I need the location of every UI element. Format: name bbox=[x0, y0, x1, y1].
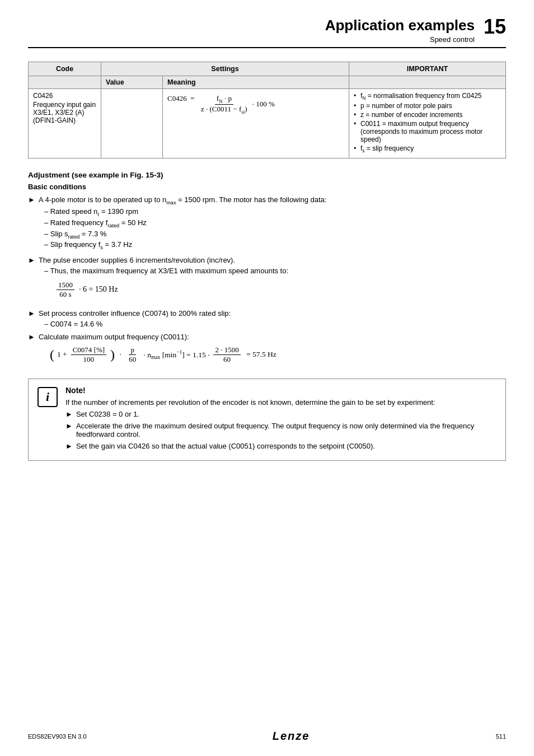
col-subheader-meaning: Meaning bbox=[163, 76, 349, 89]
footer-edition: EDS82EV903 EN 3.0 bbox=[28, 733, 87, 740]
lenze-logo: Lenze bbox=[273, 730, 310, 743]
important-item: fN = normalisation frequency from C0425 bbox=[354, 92, 501, 101]
header-subtitle: Speed control bbox=[325, 35, 475, 44]
page-footer: EDS82EV903 EN 3.0 Lenze 511 bbox=[28, 730, 506, 743]
bullet-2-content: The pulse encoder supplies 6 increments/… bbox=[39, 256, 506, 305]
sub-bullet-item: Rated frequency frated = 50 Hz bbox=[44, 218, 506, 228]
formula-1-rest: · 6 = 150 Hz bbox=[79, 285, 118, 294]
chapter-number: 15 bbox=[484, 17, 506, 37]
col-header-code: Code bbox=[29, 62, 101, 76]
formula-2-block: ( 1 + C0074 [%] 100 ) · p 60 · nmax [mi bbox=[50, 346, 506, 364]
col-subheader-important bbox=[349, 76, 506, 89]
fraction-4: 2 · 1500 60 bbox=[213, 346, 240, 364]
bullet-4-text: Calculate maximum output frequency (C001… bbox=[39, 333, 189, 341]
header-title: Application examples bbox=[325, 17, 475, 34]
col-header-settings: Settings bbox=[101, 62, 349, 76]
fraction-denominator-4: 60 bbox=[222, 355, 232, 364]
note-arrow-icon-2: ► bbox=[65, 422, 73, 438]
info-icon: i bbox=[38, 387, 58, 407]
paren-close: ) bbox=[110, 348, 115, 361]
settings-table: Code Settings IMPORTANT Value Meaning C0… bbox=[28, 62, 506, 158]
formula-2-result: = 57.5 Hz bbox=[245, 350, 277, 359]
important-list: fN = normalisation frequency from C0425 … bbox=[354, 92, 501, 154]
sub-bullet-item: Rated speed nr = 1390 rpm bbox=[44, 207, 506, 217]
note-bullet-item-1: ► Set C0238 = 0 or 1. bbox=[65, 410, 496, 418]
meaning-cell: C0426 = fN · p z · (C0011 − fsl) · 100 % bbox=[163, 89, 349, 158]
header-right: Application examples Speed control 15 bbox=[325, 17, 506, 44]
note-arrow-icon-3: ► bbox=[65, 442, 73, 450]
bullet-3-text: Set process controller influence (C0074)… bbox=[39, 309, 231, 318]
arrow-icon-1: ► bbox=[28, 195, 35, 251]
bullet-3-content: Set process controller influence (C0074)… bbox=[39, 309, 506, 328]
bullet-item-4: ► Calculate maximum output frequency (C0… bbox=[28, 333, 506, 368]
page-header: Application examples Speed control 15 bbox=[28, 17, 506, 48]
main-bullet-list: ► A 4-pole motor is to be operated up to… bbox=[28, 195, 506, 368]
important-item: fs = slip frequency bbox=[354, 144, 501, 153]
important-item: C0011 = maximum output frequency (corres… bbox=[354, 120, 501, 143]
note-intro: If the number of increments per revoluti… bbox=[65, 398, 496, 407]
bullet-item-3: ► Set process controller influence (C007… bbox=[28, 309, 506, 328]
arrow-icon-4: ► bbox=[28, 333, 35, 368]
code-value: C0426 bbox=[33, 92, 96, 100]
note-bullet-item-3: ► Set the gain via C0426 so that the act… bbox=[65, 442, 496, 450]
fraction-2: C0074 [%] 100 bbox=[71, 346, 106, 364]
note-arrow-icon-1: ► bbox=[65, 410, 73, 418]
bullet-item-1: ► A 4-pole motor is to be operated up to… bbox=[28, 195, 506, 251]
bullet-3-sub: – C0074 = 14.6 % bbox=[44, 320, 506, 328]
col-subheader-value: Value bbox=[101, 76, 163, 89]
fraction-1: 1500 60 s bbox=[57, 281, 74, 299]
adjustment-section: Adjustment (see example in Fig. 15-3) Ba… bbox=[28, 171, 506, 368]
fraction-denominator-3: 60 bbox=[127, 355, 138, 364]
adjustment-heading: Adjustment (see example in Fig. 15-3) bbox=[28, 171, 506, 179]
note-bullet-text-3: Set the gain via C0426 so that the actua… bbox=[76, 442, 375, 450]
fraction-numerator-1: 1500 bbox=[57, 281, 74, 290]
note-box: i Note! If the number of increments per … bbox=[28, 379, 506, 461]
bullet-2-sub: – Thus, the maximum frequency at X3/E1 w… bbox=[44, 267, 506, 275]
bullet-4-content: Calculate maximum output frequency (C001… bbox=[39, 333, 506, 368]
sub-bullet-list-1: Rated speed nr = 1390 rpm Rated frequenc… bbox=[44, 207, 506, 250]
note-bullet-item-2: ► Accelerate the drive the maximum desir… bbox=[65, 422, 496, 438]
basic-conditions-heading: Basic conditions bbox=[28, 183, 506, 191]
formula-display: C0426 = fN · p z · (C0011 − fsl) · 100 % bbox=[167, 92, 344, 116]
important-item: z = number of encoder increments bbox=[354, 111, 501, 119]
col-header-important: IMPORTANT bbox=[349, 62, 506, 76]
value-cell bbox=[101, 89, 163, 158]
col-subheader-code bbox=[29, 76, 101, 89]
note-bullet-list: ► Set C0238 = 0 or 1. ► Accelerate the d… bbox=[65, 410, 496, 450]
sub-bullet-item: Slip srated = 7.3 % bbox=[44, 230, 506, 240]
note-bullet-text-1: Set C0238 = 0 or 1. bbox=[76, 410, 139, 418]
important-cell: fN = normalisation frequency from C0425 … bbox=[349, 89, 506, 158]
fraction-denominator-1: 60 s bbox=[58, 290, 73, 299]
formula-2-part1: 1 + bbox=[57, 350, 67, 359]
page-number: 511 bbox=[496, 733, 506, 740]
bullet-item-2: ► The pulse encoder supplies 6 increment… bbox=[28, 256, 506, 305]
fraction-numerator-4: 2 · 1500 bbox=[213, 346, 240, 355]
fraction-3: p 60 bbox=[127, 346, 138, 364]
bullet-1-content: A 4-pole motor is to be operated up to n… bbox=[39, 195, 506, 251]
formula-1-block: 1500 60 s · 6 = 150 Hz bbox=[55, 281, 506, 299]
code-description: Frequency input gain X3/E1, X3/E2 (A) (D… bbox=[33, 101, 96, 124]
arrow-icon-3: ► bbox=[28, 309, 35, 328]
formula-2-part3: · nmax [min−1] = 1.15 · bbox=[142, 349, 209, 360]
formula-1: 1500 60 s · 6 = 150 Hz bbox=[55, 281, 506, 299]
formula-2-part2: · bbox=[118, 350, 123, 359]
note-title: Note! bbox=[65, 386, 496, 395]
note-content: Note! If the number of increments per re… bbox=[65, 386, 496, 454]
important-item: p = number of motor pole pairs bbox=[354, 102, 501, 110]
arrow-icon-2: ► bbox=[28, 256, 35, 305]
note-bullet-text-2: Accelerate the drive the maximum desired… bbox=[76, 422, 496, 438]
sub-bullet-item: Slip frequency fs = 3.7 Hz bbox=[44, 240, 506, 250]
fraction-numerator-2: C0074 [%] bbox=[71, 346, 106, 355]
page: Application examples Speed control 15 Co… bbox=[0, 0, 534, 756]
table-row: C0426 Frequency input gain X3/E1, X3/E2 … bbox=[29, 89, 506, 158]
fraction-denominator-2: 100 bbox=[82, 355, 96, 364]
paren-open: ( bbox=[50, 348, 54, 361]
code-cell: C0426 Frequency input gain X3/E1, X3/E2 … bbox=[29, 89, 101, 158]
bullet-1-text: A 4-pole motor is to be operated up to n… bbox=[39, 195, 327, 204]
fraction-numerator-3: p bbox=[129, 346, 136, 355]
bullet-2-text: The pulse encoder supplies 6 increments/… bbox=[39, 256, 235, 264]
